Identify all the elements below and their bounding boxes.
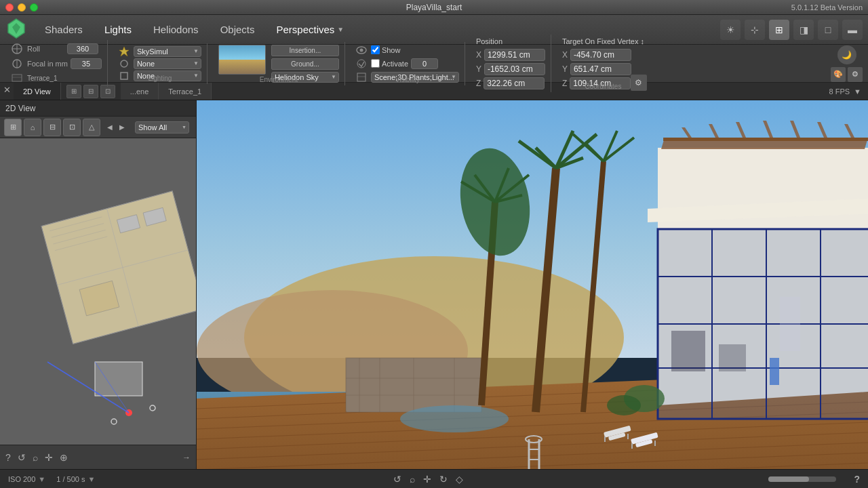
version-label: 5.0.1.12 Beta Version [791, 3, 863, 12]
palette-button[interactable]: 🎨 [831, 67, 846, 82]
svg-point-13 [359, 48, 363, 52]
window-controls[interactable] [5, 3, 38, 12]
settings2-button[interactable]: ⚙ [848, 67, 863, 82]
add-footer-icon[interactable]: ⊕ [60, 452, 68, 463]
progress-bar-container [762, 476, 843, 482]
viewport-3d[interactable] [197, 100, 868, 469]
nav-arrows: ◀ ▶ [104, 122, 127, 133]
iso-status[interactable]: ISO 200 ▼ [8, 475, 45, 483]
activate-checkbox[interactable] [371, 59, 380, 68]
iso-label: ISO 200 [8, 475, 35, 483]
panel-header: 2D View [0, 100, 196, 117]
coordinates-label: Coordinates [585, 83, 621, 90]
move-footer-icon[interactable]: ✛ [45, 452, 53, 463]
footer-right-arrow[interactable]: → [182, 453, 191, 462]
visibility-label: Visibility [395, 76, 420, 83]
zoom-status-icon[interactable]: ⌕ [410, 474, 415, 485]
focal-input[interactable] [71, 58, 102, 69]
moon-icon-button[interactable]: 🌙 [837, 45, 856, 64]
target-heading: Target On Fixed Vertex ↕ [562, 37, 644, 45]
panel-tool-home[interactable]: ⌂ [24, 119, 41, 136]
pos-y-value: -1652.03 cm [484, 63, 545, 75]
menu-perspectives[interactable]: Perspectives ▼ [265, 20, 355, 39]
shutter-status[interactable]: 1 / 500 s ▼ [56, 475, 95, 483]
show-all-select[interactable]: Show All [135, 121, 189, 134]
panel-title: 2D View [5, 104, 35, 113]
fps-display: 8 FPS ▼ [823, 83, 868, 100]
position-heading: Position [476, 37, 545, 45]
camera-toolbar-button[interactable]: ◨ [793, 20, 814, 40]
lighting-section: SkySimul None None Lighting [113, 43, 208, 84]
tab-scene[interactable]: ...ene [121, 83, 159, 100]
activate-value-input[interactable] [411, 58, 438, 69]
grid-toolbar-button[interactable]: ⊞ [769, 20, 789, 40]
roll-input[interactable] [67, 43, 98, 54]
window-toolbar-button[interactable]: □ [818, 20, 838, 40]
undo-status-icon[interactable]: ↺ [393, 474, 401, 485]
status-progress-fill [768, 476, 809, 482]
focal-label: Focal in mm [27, 60, 68, 68]
sky-simul-select[interactable]: SkySimul [134, 46, 201, 57]
panel-tool-triangle[interactable]: △ [83, 119, 100, 136]
panel-tool-select[interactable]: ⊡ [63, 119, 81, 136]
minimize-button[interactable] [18, 3, 26, 12]
visibility-section: Show Activate Scene;3D Plants;Light... V… [351, 42, 465, 85]
tab-terrace[interactable]: Terrace_1 [159, 83, 212, 100]
coordinates-settings-button[interactable]: ⚙ [631, 75, 647, 91]
menu-lights[interactable]: Lights [94, 20, 142, 39]
tgt-x-label: X [562, 50, 568, 60]
svg-point-106 [607, 395, 641, 415]
pos-y-label: Y [476, 64, 481, 74]
pos-x-label: X [476, 50, 481, 60]
menu-shaders[interactable]: Shaders [34, 20, 94, 39]
help-status-icon[interactable]: ? [854, 474, 860, 485]
panel-toolbar: ⊞ ⌂ ⊟ ⊡ △ ◀ ▶ Show All [0, 117, 196, 138]
perspectives-dropdown-arrow: ▼ [337, 26, 344, 33]
menu-heliodons[interactable]: Heliodons [142, 20, 210, 39]
close-button[interactable] [5, 3, 14, 12]
nav-prev[interactable]: ◀ [104, 122, 115, 133]
insertion-button[interactable]: Insertion... [271, 45, 339, 56]
center-status-icon[interactable]: ✛ [423, 474, 431, 485]
zoom-footer-icon[interactable]: ⌕ [33, 452, 38, 463]
titlebar: PlayaVilla_start 5.0.1.12 Beta Version [0, 0, 868, 15]
svg-rect-74 [770, 358, 779, 385]
tgt-y-label: Y [562, 64, 568, 74]
panel-footer: ? ↺ ⌕ ✛ ⊕ → [0, 445, 196, 469]
undo-footer-icon[interactable]: ↺ [18, 452, 26, 463]
display-toolbar-button[interactable]: ▬ [842, 20, 863, 40]
fps-dropdown[interactable]: ▼ [854, 87, 861, 96]
pos-z-label: Z [476, 79, 481, 88]
lighting-none1-select[interactable]: None [134, 58, 201, 69]
scene-svg [197, 100, 868, 469]
svg-rect-71 [671, 331, 705, 371]
panel-tool-layers[interactable]: ⊟ [43, 119, 61, 136]
diamond-status-icon[interactable]: ◇ [456, 474, 463, 485]
iso-dropdown-arrow[interactable]: ▼ [38, 475, 45, 483]
sun-toolbar-button[interactable]: ☀ [720, 20, 741, 40]
window-title: PlayaVilla_start [406, 3, 462, 12]
statusbar: ISO 200 ▼ 1 / 500 s ▼ ↺ ⌕ ✛ ↻ ◇ ? [0, 469, 868, 488]
svg-marker-9 [119, 47, 129, 56]
panel-tool-grid[interactable]: ⊞ [4, 119, 22, 136]
svg-rect-73 [780, 297, 800, 351]
nav-next[interactable]: ▶ [117, 122, 127, 133]
svg-rect-15 [357, 73, 366, 81]
ground-button[interactable]: Ground... [271, 58, 339, 70]
help-footer-icon[interactable]: ? [5, 452, 11, 463]
target-section: Target On Fixed Vertex ↕ X -454.70 cm Y … [557, 35, 650, 92]
maximize-button[interactable] [30, 3, 38, 12]
shutter-dropdown-arrow[interactable]: ▼ [87, 475, 95, 483]
show-checkbox-label[interactable]: Show [371, 45, 401, 54]
tabbar: ✕ 2D View ⊞ ⊟ ⊡ ...ene Terrace_1 8 FPS ▼ [0, 83, 868, 100]
svg-rect-11 [121, 73, 127, 79]
menu-objects[interactable]: Objects [210, 20, 266, 39]
pos-x-value: 1299.51 cm [484, 49, 545, 61]
svg-point-107 [400, 405, 509, 432]
terrain-label: Terrace_1 [27, 75, 57, 82]
activate-checkbox-label[interactable]: Activate [371, 59, 408, 68]
show-checkbox[interactable] [371, 45, 380, 54]
rotate-status-icon[interactable]: ↻ [439, 474, 448, 485]
transform-toolbar-button[interactable]: ⊹ [745, 20, 765, 40]
roll-focal-section: Roll Focal in mm Terrace_1 [5, 40, 108, 87]
